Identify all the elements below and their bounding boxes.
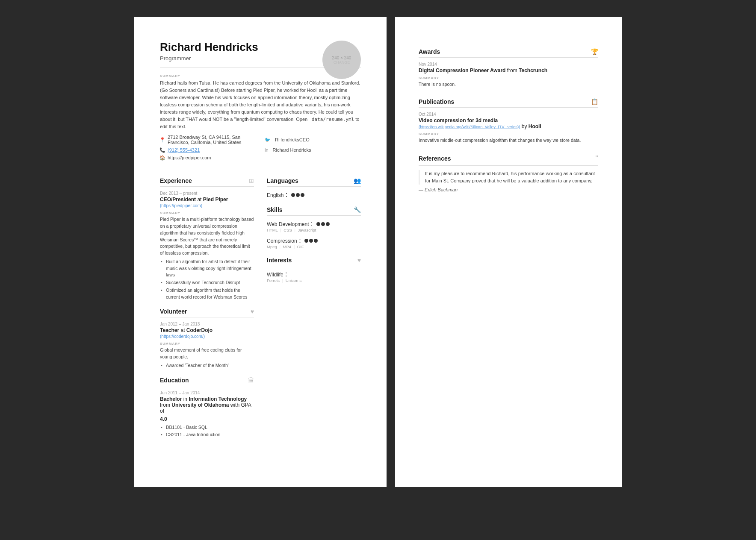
award-name: Digital Compression Pioneer Award from T… xyxy=(419,68,598,73)
exp-bullets: Built an algorithm for artist to detect … xyxy=(160,258,254,301)
education-title: Education xyxy=(160,377,189,384)
publications-title: Publications xyxy=(419,98,454,105)
publications-section-header: Publications 📋 xyxy=(419,98,598,108)
ref-text: It is my pleasure to recommend Richard, … xyxy=(419,170,598,185)
ref-author: — Erlich Bachman xyxy=(419,187,598,192)
experience-section-header: Experience ⊞ xyxy=(160,177,254,187)
vol-summary-label: SUMMARY xyxy=(160,342,254,346)
compression-tags: Mpeg | MP4 | GIF xyxy=(267,244,361,249)
interest-tags: Ferrets | Unicorns xyxy=(267,278,361,283)
references-title: References xyxy=(419,155,451,162)
skill-entry-webdev: Web Development : HTML | CSS | Javascrip… xyxy=(267,220,361,232)
experience-title: Experience xyxy=(160,177,192,184)
publication-entry: Oct 2014 Video compression for 3d media … xyxy=(419,112,598,144)
vol-role: Teacher at CoderDojo (https://coderdojo.… xyxy=(160,327,254,339)
awards-title: Awards xyxy=(419,48,440,55)
edu-date: Jun 2011 – Jan 2014 xyxy=(160,390,254,395)
pub-summary-label: SUMMARY xyxy=(419,132,598,136)
bullet-item: Awarded 'Teacher of the Month' xyxy=(166,362,254,369)
language-stars xyxy=(291,193,304,197)
website-icon: 🏠 xyxy=(160,155,165,160)
exp-date: Dec 2013 – present xyxy=(160,191,254,196)
skill-entry-compression: Compression : Mpeg | MP4 | GIF xyxy=(267,237,361,249)
award-summary: There is no spoon. xyxy=(419,81,598,88)
bullet-item: Optimized an algorithm that holds the cu… xyxy=(166,287,254,301)
volunteer-icon: ♥ xyxy=(251,308,254,315)
languages-section-header: Languages 👥 xyxy=(267,177,361,187)
address-row: 📍 2712 Broadway St, CA 94115, San Franci… xyxy=(160,135,256,145)
pub-summary: Innovative middle-out compression algori… xyxy=(419,137,598,144)
webdev-stars xyxy=(316,222,330,226)
phone-icon: 📞 xyxy=(160,147,165,153)
edu-degree: Bachelor in Information Technology from … xyxy=(160,396,254,414)
award-summary-label: SUMMARY xyxy=(419,76,598,80)
linkedin-row: in Richard Hendricks xyxy=(265,147,361,153)
education-section-header: Education 🏛 xyxy=(160,377,254,386)
volunteer-title: Volunteer xyxy=(160,308,187,315)
skills-title: Skills xyxy=(267,206,283,213)
skills-icon: 🔧 xyxy=(354,206,361,213)
languages-icon: 👥 xyxy=(354,177,361,184)
compression-stars xyxy=(304,239,318,243)
left-column: Experience ⊞ Dec 2013 – present CEO/Pres… xyxy=(160,170,254,439)
webdev-tags: HTML | CSS | Javascript xyxy=(267,228,361,232)
volunteer-entry: Jan 2012 – Jan 2013 Teacher at CoderDojo… xyxy=(160,322,254,369)
pub-date: Oct 2014 xyxy=(419,112,598,117)
vol-date: Jan 2012 – Jan 2013 xyxy=(160,322,254,326)
bullet-item: CS2011 - Java Introduction xyxy=(166,431,254,438)
exp-role: CEO/President at Pied Piper (https://pie… xyxy=(160,197,254,208)
summary-text: Richard hails from Tulsa. He has earned … xyxy=(160,79,361,130)
vol-summary: Global movement of free coding clubs for… xyxy=(160,347,254,361)
bullet-item: Successfully won Techcrunch Disrupt xyxy=(166,279,254,286)
experience-entry: Dec 2013 – present CEO/President at Pied… xyxy=(160,191,254,300)
award-entry: Nov 2014 Digital Compression Pioneer Awa… xyxy=(419,62,598,88)
experience-icon: ⊞ xyxy=(249,177,254,184)
education-icon: 🏛 xyxy=(248,377,254,384)
exp-summary-label: SUMMARY xyxy=(160,211,254,215)
twitter-row: 🐦 RHendricksCEO xyxy=(265,135,361,145)
bullet-item: Built an algorithm for artist to detect … xyxy=(166,258,254,279)
pub-name: Video compression for 3d media (https://… xyxy=(419,117,598,129)
vol-company-link[interactable]: (https://coderdojo.com/) xyxy=(160,334,205,339)
language-entry: English : xyxy=(267,191,361,199)
right-page: Awards 🏆 Nov 2014 Digital Compression Pi… xyxy=(395,17,622,487)
main-content: Experience ⊞ Dec 2013 – present CEO/Pres… xyxy=(160,170,361,439)
award-date: Nov 2014 xyxy=(419,62,598,67)
interests-icon: ♥ xyxy=(357,257,361,264)
pub-link[interactable]: (https://en.wikipedia.org/wiki/Silicon_V… xyxy=(419,124,520,129)
interests-section-header: Interests ♥ xyxy=(267,257,361,266)
awards-icon: 🏆 xyxy=(591,48,598,55)
bullet-item: DB1101 - Basic SQL xyxy=(166,424,254,431)
references-icon: " xyxy=(596,154,598,163)
avatar-placeholder: 240 × 240 CHANGE xyxy=(322,41,361,79)
location-icon: 📍 xyxy=(160,137,165,142)
volunteer-section-header: Volunteer ♥ xyxy=(160,308,254,317)
interest-entry: Wildlife : Ferrets | Unicorns xyxy=(267,270,361,283)
references-section-header: References " xyxy=(419,154,598,166)
awards-section-header: Awards 🏆 xyxy=(419,48,598,58)
languages-title: Languages xyxy=(267,177,298,184)
reference-entry: It is my pleasure to recommend Richard, … xyxy=(419,170,598,192)
right-column: Languages 👥 English : Skills 🔧 Web Devel… xyxy=(267,170,361,439)
vol-bullets: Awarded 'Teacher of the Month' xyxy=(160,362,254,369)
phone-row: 📞 (912) 555-4321 xyxy=(160,147,256,153)
website-row: 🏠 https://piedpiper.com xyxy=(160,155,256,160)
interests-title: Interests xyxy=(267,257,292,264)
education-entry: Jun 2011 – Jan 2014 Bachelor in Informat… xyxy=(160,390,254,439)
contacts-grid: 📍 2712 Broadway St, CA 94115, San Franci… xyxy=(160,135,361,162)
exp-summary: Pied Piper is a multi-platform technolog… xyxy=(160,216,254,257)
publications-icon: 📋 xyxy=(591,98,598,105)
edu-bullets: DB1101 - Basic SQL CS2011 - Java Introdu… xyxy=(160,424,254,439)
skills-section-header: Skills 🔧 xyxy=(267,206,361,216)
left-page: 240 × 240 CHANGE Richard Hendricks Progr… xyxy=(134,17,387,487)
exp-company-link[interactable]: (https://piedpiper.com) xyxy=(160,203,202,208)
